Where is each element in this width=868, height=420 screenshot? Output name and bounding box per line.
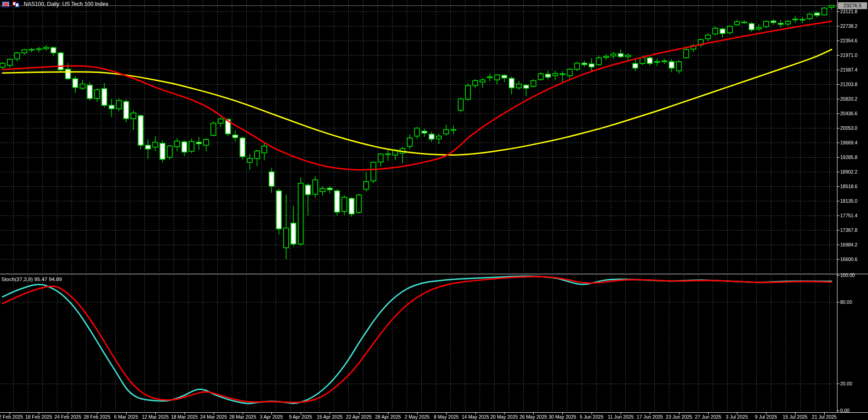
date-axis-label: 30 May 2025	[549, 414, 577, 420]
date-axis-label: 28 Apr 2025	[375, 414, 401, 420]
chart-title: NAS100, Daily: US Tech 100 Index	[24, 1, 108, 7]
date-axis-label: 3 Jul 2025	[726, 414, 748, 420]
charts-list-icon[interactable]	[2, 1, 10, 7]
price-axis-label: 22738.2	[840, 23, 858, 29]
date-axis-label: 17 Jun 2025	[637, 414, 663, 420]
date-axis-label: 11 Jun 2025	[608, 414, 633, 420]
chart-canvas[interactable]	[0, 0, 868, 420]
chart-header: NAS100, Daily: US Tech 100 Index	[2, 1, 108, 7]
date-axis-label: 28 Mar 2025	[230, 414, 256, 420]
date-axis-label: 15 Jul 2025	[783, 414, 807, 420]
date-axis-label: 15 Apr 2025	[317, 414, 343, 420]
date-axis-label: 14 May 2025	[462, 414, 490, 420]
price-axis-label: 16984.2	[840, 242, 858, 247]
stoch-axis-label: 20.00	[840, 381, 852, 386]
date-axis-label: 9 Jul 2025	[755, 414, 777, 420]
price-axis-label: 20053.0	[840, 125, 858, 131]
price-axis-label: 21203.8	[840, 82, 858, 87]
date-axis-label: 3 Apr 2025	[260, 414, 283, 420]
price-axis-label: 19669.4	[840, 140, 858, 145]
price-axis-label: 20436.6	[840, 111, 858, 116]
date-axis-label: 24 Feb 2025	[55, 414, 82, 420]
stochastic-indicator-label: Stoch(37,3,9) 95.47 94.89	[1, 277, 62, 282]
date-axis-label: 6 Mar 2025	[114, 414, 138, 420]
date-axis-label: 22 Apr 2025	[346, 414, 372, 420]
price-axis-label: 21971.0	[840, 52, 858, 58]
stoch-axis-label: 80.00	[840, 299, 852, 305]
stoch-axis-label: 0.00	[840, 408, 849, 413]
date-axis-label: 27 Jun 2025	[695, 414, 721, 420]
current-price-badge: 23276.5	[838, 2, 867, 9]
cascade-windows-icon[interactable]	[12, 1, 20, 7]
trading-chart-window: NAS100, Daily: US Tech 100 Index Stoch(3…	[0, 0, 868, 420]
price-axis-label: 18135.0	[840, 198, 858, 204]
price-axis-label: 23121.8	[840, 9, 858, 14]
price-axis-label: 18518.6	[840, 184, 858, 189]
date-axis-label: 12 Feb 2025	[0, 414, 23, 420]
price-axis-label: 19285.8	[840, 154, 858, 160]
date-axis-label: 20 May 2025	[490, 414, 518, 420]
date-axis-label: 9 Apr 2025	[289, 414, 312, 420]
date-axis-label: 21 Jul 2025	[812, 414, 837, 420]
date-axis-label: 8 May 2025	[434, 414, 459, 420]
date-axis-label: 5 Jun 2025	[580, 414, 603, 420]
price-axis-label: 22354.6	[840, 38, 858, 43]
date-axis-label: 12 Mar 2025	[142, 414, 169, 420]
price-axis-label: 17751.4	[840, 213, 858, 218]
stoch-axis-label: 100.00	[840, 272, 855, 278]
date-axis-label: 23 Jun 2025	[666, 414, 692, 420]
price-axis-label: 17367.8	[840, 227, 858, 233]
date-axis-label: 18 Mar 2025	[171, 414, 198, 420]
date-axis-label: 24 Mar 2025	[200, 414, 227, 420]
price-axis-label: 16600.6	[840, 256, 858, 262]
date-axis-label: 26 May 2025	[520, 414, 547, 420]
price-axis-label: 20820.2	[840, 96, 858, 102]
price-axis-label: 21587.4	[840, 67, 858, 72]
price-axis-label: 18902.2	[840, 169, 858, 174]
date-axis-label: 18 Feb 2025	[26, 414, 52, 420]
date-axis-label: 2 May 2025	[405, 414, 430, 420]
date-axis-label: 28 Feb 2025	[84, 414, 111, 420]
